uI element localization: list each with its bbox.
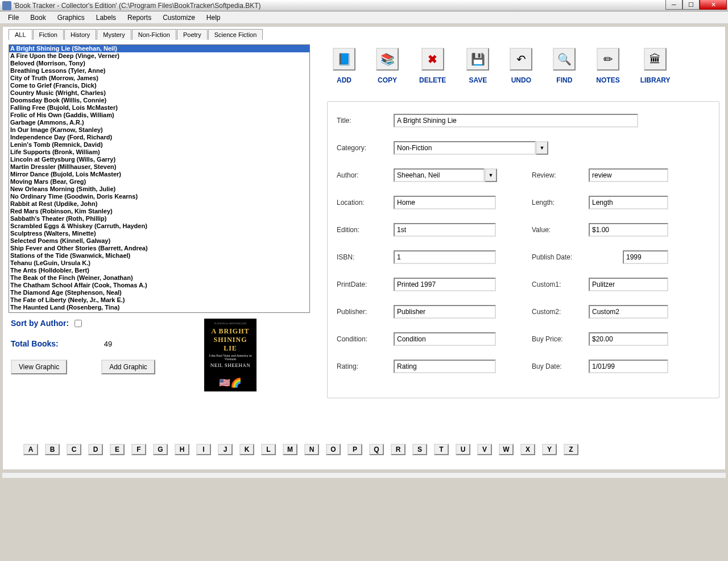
alpha-t-button[interactable]: T — [434, 444, 449, 455]
undo-button[interactable]: ↶UNDO — [510, 48, 532, 84]
list-item[interactable]: Moving Mars (Bear, Greg) — [9, 178, 309, 185]
custom2-input[interactable] — [589, 305, 668, 319]
list-item[interactable]: Selected Poems (Kinnell, Galway) — [9, 237, 309, 245]
printdate-input[interactable] — [394, 278, 496, 291]
menu-customize[interactable]: Customize — [157, 13, 201, 23]
tab-mystery[interactable]: Mystery — [97, 29, 131, 40]
list-item[interactable]: Come to Grief (Francis, Dick) — [9, 82, 309, 89]
menu-book[interactable]: Book — [24, 13, 51, 23]
publishdate-input[interactable] — [623, 250, 668, 264]
list-item[interactable]: A Bright Shining Lie (Sheehan, Neil) — [9, 45, 309, 52]
alpha-f-button[interactable]: F — [131, 444, 146, 455]
list-item[interactable]: Doomsday Book (Willis, Connie) — [9, 97, 309, 104]
list-item[interactable]: Tehanu (LeGuin, Ursula K.) — [9, 259, 309, 267]
rating-input[interactable] — [394, 360, 496, 373]
list-item[interactable]: The Fate of Liberty (Neely, Jr., Mark E.… — [9, 296, 309, 304]
alpha-q-button[interactable]: Q — [369, 444, 384, 455]
alpha-y-button[interactable]: Y — [542, 444, 557, 455]
menu-graphics[interactable]: Graphics — [52, 13, 90, 23]
alpha-d-button[interactable]: D — [88, 444, 103, 455]
copy-button[interactable]: 📚COPY — [376, 48, 399, 84]
alpha-u-button[interactable]: U — [456, 444, 470, 455]
review-input[interactable] — [589, 168, 668, 182]
alpha-o-button[interactable]: O — [326, 444, 341, 455]
list-item[interactable]: No Ordinary Time (Goodwin, Doris Kearns) — [9, 193, 309, 200]
author-input[interactable] — [394, 168, 485, 182]
list-item[interactable]: The Ants (Holldobler, Bert) — [9, 267, 309, 274]
tab-poetry[interactable]: Poetry — [177, 29, 208, 40]
list-item[interactable]: City of Truth (Morrow, James) — [9, 75, 309, 82]
alpha-r-button[interactable]: R — [391, 444, 406, 455]
list-item[interactable]: Sculptress (Walters, Minette) — [9, 230, 309, 237]
find-button[interactable]: 🔍FIND — [553, 48, 576, 84]
tab-non-fiction[interactable]: Non-Fiction — [132, 29, 176, 40]
book-list[interactable]: A Bright Shining Lie (Sheehan, Neil)A Fi… — [9, 44, 310, 313]
list-item[interactable]: New Orleans Morning (Smith, Julie) — [9, 185, 309, 193]
alpha-w-button[interactable]: W — [499, 444, 514, 455]
buyprice-input[interactable] — [589, 332, 668, 346]
isbn-input[interactable] — [394, 250, 496, 264]
alpha-x-button[interactable]: X — [520, 444, 535, 455]
edition-input[interactable] — [394, 223, 496, 237]
menu-labels[interactable]: Labels — [90, 13, 122, 23]
alpha-l-button[interactable]: L — [261, 444, 276, 455]
add-graphic-button[interactable]: Add Graphic — [101, 360, 155, 374]
location-input[interactable] — [394, 196, 496, 209]
view-graphic-button[interactable]: View Graphic — [11, 360, 67, 374]
alpha-n-button[interactable]: N — [304, 444, 319, 455]
list-item[interactable]: Frolic of His Own (Gaddis, William) — [9, 112, 309, 119]
alpha-p-button[interactable]: P — [348, 444, 362, 455]
list-item[interactable]: Life Supports (Bronk, William) — [9, 148, 309, 156]
tab-history[interactable]: History — [64, 29, 96, 40]
menu-file[interactable]: File — [2, 13, 24, 23]
list-item[interactable]: Scrambled Eggs & Whiskey (Carruth, Hayde… — [9, 222, 309, 230]
close-button[interactable]: ✕ — [700, 0, 727, 10]
list-item[interactable]: Falling Free (Bujold, Lois McMaster) — [9, 104, 309, 112]
list-item[interactable]: Sabbath's Theater (Roth, Phillip) — [9, 215, 309, 222]
list-item[interactable]: Lenin's Tomb (Remnick, David) — [9, 141, 309, 148]
tab-all[interactable]: ALL — [9, 29, 32, 40]
list-item[interactable]: The Beak of the Finch (Weiner, Jonathan) — [9, 274, 309, 282]
maximize-button[interactable]: ☐ — [682, 0, 700, 10]
condition-input[interactable] — [394, 332, 496, 346]
list-item[interactable]: Stations of the Tide (Swanwick, Michael) — [9, 252, 309, 259]
list-item[interactable]: Beloved (Morrison, Tony) — [9, 60, 309, 67]
alpha-a-button[interactable]: A — [23, 444, 38, 455]
alpha-b-button[interactable]: B — [45, 444, 60, 455]
delete-button[interactable]: ✖DELETE — [419, 48, 446, 84]
alpha-z-button[interactable]: Z — [564, 444, 578, 455]
list-item[interactable]: Country Music (Wright, Charles) — [9, 89, 309, 97]
list-item[interactable]: A Fire Upon the Deep (Vinge, Verner) — [9, 52, 309, 60]
alpha-s-button[interactable]: S — [412, 444, 427, 455]
alpha-k-button[interactable]: K — [239, 444, 254, 455]
alpha-v-button[interactable]: V — [477, 444, 492, 455]
length-input[interactable] — [589, 196, 668, 209]
sort-checkbox[interactable] — [75, 320, 82, 327]
alpha-i-button[interactable]: I — [196, 444, 211, 455]
title-input[interactable] — [394, 114, 638, 127]
list-item[interactable]: Rabbit at Rest (Updike, John) — [9, 200, 309, 208]
list-item[interactable]: Independence Day (Ford, Richard) — [9, 134, 309, 141]
tab-fiction[interactable]: Fiction — [33, 29, 64, 40]
add-button[interactable]: 📘ADD — [333, 48, 355, 84]
list-item[interactable]: The Haunted Land (Rosenberg, Tina) — [9, 304, 309, 311]
menu-help[interactable]: Help — [201, 13, 226, 23]
list-item[interactable]: Breathing Lessons (Tyler, Anne) — [9, 67, 309, 75]
minimize-button[interactable]: ─ — [665, 0, 682, 10]
category-input[interactable] — [394, 141, 536, 155]
author-dropdown-icon[interactable]: ▼ — [485, 168, 497, 182]
library-button[interactable]: 🏛LIBRARY — [640, 48, 671, 84]
alpha-g-button[interactable]: G — [153, 444, 168, 455]
list-item[interactable]: Martin Dressler (Millhauser, Steven) — [9, 163, 309, 171]
menu-reports[interactable]: Reports — [122, 13, 157, 23]
list-item[interactable]: Ship Fever and Other Stories (Barrett, A… — [9, 245, 309, 252]
notes-button[interactable]: ✏NOTES — [596, 48, 619, 84]
value-input[interactable] — [589, 223, 668, 237]
alpha-c-button[interactable]: C — [67, 444, 81, 455]
alpha-h-button[interactable]: H — [175, 444, 189, 455]
list-item[interactable]: The Chatham School Affair (Cook, Thomas … — [9, 282, 309, 289]
alpha-e-button[interactable]: E — [110, 444, 125, 455]
list-item[interactable]: Mirror Dance (Bujold, Lois McMaster) — [9, 171, 309, 178]
list-item[interactable]: The Diamond Age (Stephenson, Neal) — [9, 289, 309, 296]
save-button[interactable]: 💾SAVE — [466, 48, 489, 84]
